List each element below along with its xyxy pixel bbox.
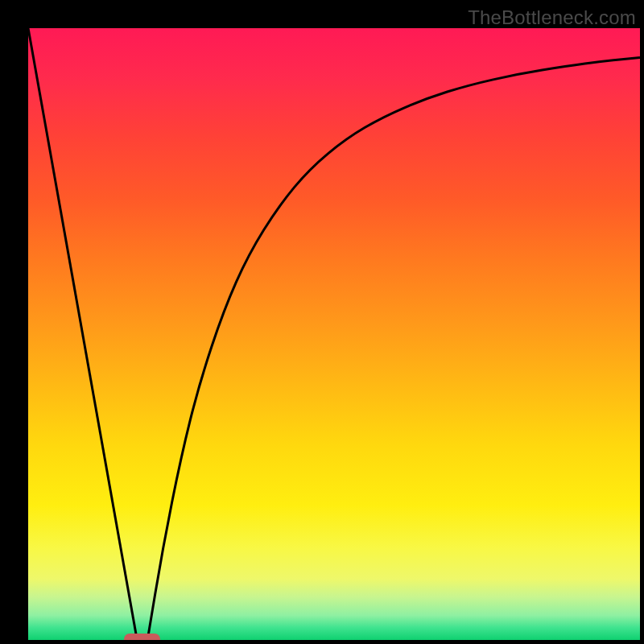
chart-frame: TheBottleneck.com — [0, 0, 644, 644]
watermark-text: TheBottleneck.com — [468, 6, 636, 29]
plot-area — [28, 28, 640, 640]
right-curve-line — [147, 57, 640, 640]
curve-layer — [28, 28, 640, 640]
left-slope-line — [28, 28, 137, 640]
bottleneck-marker — [124, 634, 161, 640]
